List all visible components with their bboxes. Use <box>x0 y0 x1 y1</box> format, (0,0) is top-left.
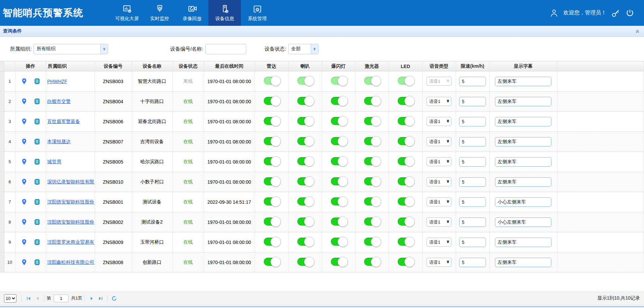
locate-pin-icon[interactable] <box>21 178 28 185</box>
detail-log-icon[interactable] <box>34 239 40 246</box>
detail-log-icon[interactable] <box>34 198 40 205</box>
locate-pin-icon[interactable] <box>21 78 28 85</box>
subtitle-input[interactable] <box>495 77 551 86</box>
speed-limit-input[interactable] <box>459 258 486 267</box>
detail-log-icon[interactable] <box>34 118 40 125</box>
speed-limit-input[interactable] <box>459 97 486 106</box>
horn-toggle[interactable] <box>297 197 313 205</box>
radar-toggle[interactable] <box>264 258 279 266</box>
led-toggle[interactable] <box>398 218 413 226</box>
voice-type-select[interactable]: 语音1 ∨ <box>427 238 451 247</box>
subtitle-input[interactable] <box>495 117 551 126</box>
horn-toggle[interactable] <box>297 177 313 185</box>
laser-toggle[interactable] <box>364 157 380 165</box>
org-link[interactable]: 白银市交警 <box>47 99 71 105</box>
horn-toggle[interactable] <box>297 218 313 226</box>
subtitle-input[interactable] <box>495 218 551 227</box>
detail-log-icon[interactable] <box>34 158 40 165</box>
led-toggle[interactable] <box>398 137 413 145</box>
locate-pin-icon[interactable] <box>21 239 28 246</box>
nav-item-system-manage[interactable]: 系统管理 <box>241 0 274 26</box>
radar-toggle[interactable] <box>264 137 279 145</box>
status-filter-select[interactable]: 全部 ∨ <box>288 44 318 54</box>
nav-item-visualization[interactable]: 可视化大屏 <box>111 0 143 26</box>
org-link[interactable]: 沈阳普罗米商业贸易有限 <box>47 239 94 245</box>
speed-limit-input[interactable] <box>459 137 486 146</box>
radar-toggle[interactable] <box>264 197 279 205</box>
laser-toggle[interactable] <box>364 137 380 145</box>
led-toggle[interactable] <box>398 177 413 185</box>
strobe-toggle[interactable] <box>331 97 346 105</box>
laser-toggle[interactable] <box>364 177 380 185</box>
detail-log-icon[interactable] <box>34 219 40 226</box>
detail-log-icon[interactable] <box>34 259 40 266</box>
led-toggle[interactable] <box>398 197 413 205</box>
horn-toggle[interactable] <box>297 97 313 105</box>
org-filter-select[interactable]: 所有组织 ∨ <box>34 44 108 54</box>
laser-toggle[interactable] <box>364 77 380 85</box>
voice-type-select[interactable]: 语音1 ∨ <box>427 157 451 166</box>
strobe-toggle[interactable] <box>331 197 346 205</box>
locate-pin-icon[interactable] <box>21 219 28 226</box>
detail-log-icon[interactable] <box>34 138 40 145</box>
locate-pin-icon[interactable] <box>21 138 28 145</box>
voice-type-select[interactable]: 语音1 ∨ <box>427 137 451 146</box>
speed-limit-input[interactable] <box>459 197 486 207</box>
org-link[interactable]: 城管局 <box>47 159 61 165</box>
horn-toggle[interactable] <box>297 117 313 125</box>
nav-item-live-monitor[interactable]: 实时监控 <box>143 0 176 26</box>
led-toggle[interactable] <box>398 238 413 246</box>
org-link[interactable]: 沈阳德安智能科技股份有 <box>47 199 94 205</box>
voice-type-select[interactable]: 语音1 ∨ <box>427 258 451 267</box>
speed-limit-input[interactable] <box>459 218 486 227</box>
radar-toggle[interactable] <box>264 157 279 165</box>
locate-pin-icon[interactable] <box>21 98 28 105</box>
laser-toggle[interactable] <box>364 117 380 125</box>
speed-limit-input[interactable] <box>459 77 486 86</box>
last-page-button[interactable] <box>97 295 104 302</box>
strobe-toggle[interactable] <box>331 157 346 165</box>
collapse-icon[interactable] <box>635 29 640 34</box>
strobe-toggle[interactable] <box>331 137 346 145</box>
subtitle-input[interactable] <box>495 157 551 167</box>
locate-pin-icon[interactable] <box>21 259 28 266</box>
detail-log-icon[interactable] <box>34 78 40 85</box>
radar-toggle[interactable] <box>264 97 279 105</box>
led-toggle[interactable] <box>398 157 413 165</box>
strobe-toggle[interactable] <box>331 238 346 246</box>
locate-pin-icon[interactable] <box>21 118 28 125</box>
page-number-input[interactable] <box>54 295 68 302</box>
speed-limit-input[interactable] <box>459 238 486 247</box>
radar-toggle[interactable] <box>264 117 279 125</box>
locate-pin-icon[interactable] <box>21 198 28 205</box>
voice-type-select[interactable]: 语音1 ∨ <box>427 177 451 186</box>
strobe-toggle[interactable] <box>331 258 346 266</box>
led-toggle[interactable] <box>398 77 413 85</box>
page-size-select[interactable]: 10 <box>4 294 16 303</box>
subtitle-input[interactable] <box>495 97 551 106</box>
org-link[interactable]: PHWHZF <box>47 79 67 84</box>
horn-toggle[interactable] <box>297 238 313 246</box>
power-icon[interactable] <box>625 8 635 18</box>
radar-toggle[interactable] <box>264 238 279 246</box>
first-page-button[interactable] <box>25 295 32 302</box>
horn-toggle[interactable] <box>297 137 313 145</box>
prev-page-button[interactable] <box>34 295 41 302</box>
laser-toggle[interactable] <box>364 197 380 205</box>
voice-type-select[interactable]: 语音1 ∨ <box>427 117 451 126</box>
horn-toggle[interactable] <box>297 157 313 165</box>
radar-toggle[interactable] <box>264 77 279 85</box>
led-toggle[interactable] <box>398 97 413 105</box>
horn-toggle[interactable] <box>297 258 313 266</box>
laser-toggle[interactable] <box>364 97 380 105</box>
subtitle-input[interactable] <box>495 137 551 146</box>
laser-toggle[interactable] <box>364 238 380 246</box>
strobe-toggle[interactable] <box>331 77 346 85</box>
subtitle-input[interactable] <box>495 258 551 267</box>
org-link[interactable]: 沈阳鑫松科技有限公司 <box>47 259 94 265</box>
device-filter-input[interactable] <box>205 44 246 54</box>
subtitle-input[interactable] <box>495 197 551 207</box>
speed-limit-input[interactable] <box>459 157 486 167</box>
org-link[interactable]: 本溪恒晟达 <box>47 139 71 145</box>
locate-pin-icon[interactable] <box>21 158 28 165</box>
